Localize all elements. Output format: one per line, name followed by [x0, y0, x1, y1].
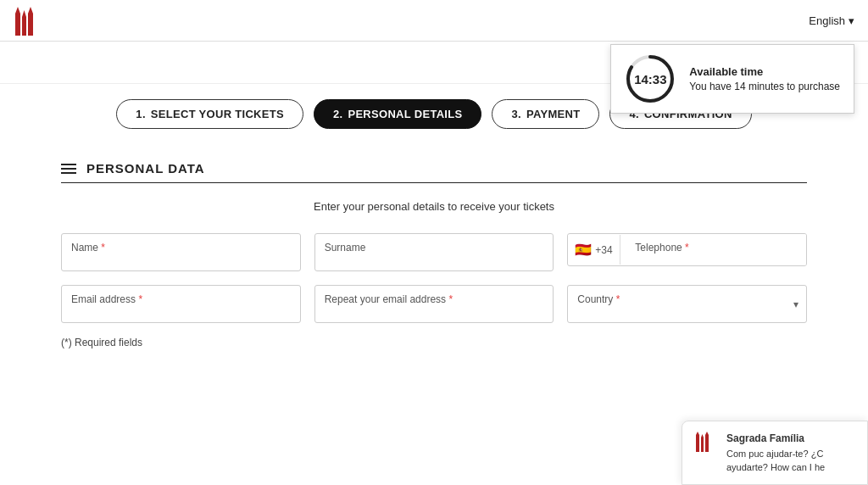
- language-selector[interactable]: English ▾: [809, 14, 854, 27]
- menu-icon[interactable]: [61, 164, 76, 174]
- email-input[interactable]: [61, 285, 301, 323]
- telephone-input[interactable]: [620, 234, 806, 265]
- timer-display: 14:33: [634, 72, 666, 86]
- form-subtitle: Enter your personal details to receive y…: [61, 200, 807, 213]
- timer-label: Available time: [689, 65, 840, 78]
- section-divider: [61, 182, 807, 183]
- main-content: PERSONAL DATA Enter your personal detail…: [27, 144, 841, 365]
- email-field: Email address *: [61, 285, 301, 323]
- site-logo: SAGRADA FAMÍLIA: [14, 5, 54, 36]
- required-note: (*) Required fields: [61, 337, 807, 348]
- phone-field-wrapper: 🇪🇸 +34: [567, 233, 807, 266]
- flag-icon: 🇪🇸: [575, 242, 592, 258]
- timer-info: Available time You have 14 minutes to pu…: [689, 65, 840, 92]
- step-payment[interactable]: 3. PAYMENT: [492, 99, 599, 129]
- telephone-field: 🇪🇸 +34 Telephone *: [567, 233, 807, 271]
- repeat-email-input[interactable]: [314, 285, 554, 323]
- language-arrow: ▾: [849, 14, 854, 27]
- section-title: PERSONAL DATA: [86, 161, 205, 176]
- step-1-label: SELECT YOUR TICKETS: [151, 108, 284, 120]
- country-field: Country * Spain United States United Kin…: [567, 285, 807, 323]
- svg-marker-3: [22, 10, 26, 17]
- country-select[interactable]: Spain United States United Kingdom Franc…: [567, 285, 807, 323]
- step-2-label: PERSONAL DETAILS: [348, 108, 462, 120]
- section-header: PERSONAL DATA: [61, 161, 807, 176]
- step-3-label: PAYMENT: [526, 108, 581, 120]
- timer-circle: 14:33: [625, 53, 676, 104]
- surname-input[interactable]: [314, 233, 554, 271]
- svg-rect-0: [15, 14, 20, 36]
- language-label: English: [809, 14, 845, 27]
- step-personal-details[interactable]: 2. PERSONAL DETAILS: [314, 99, 482, 129]
- logo-area: SAGRADA FAMÍLIA: [14, 5, 54, 36]
- svg-rect-4: [28, 14, 33, 36]
- step-3-number: 3.: [511, 108, 520, 120]
- phone-country-code: +34: [595, 244, 612, 256]
- cart-bar: 🛒 2 €72.00 VIEW DETAILS ∨ TOTAL €72 14:3…: [0, 42, 868, 84]
- name-field: Name *: [61, 233, 301, 271]
- repeat-email-field: Repeat your email address *: [314, 285, 554, 323]
- svg-marker-5: [28, 7, 33, 14]
- timer-message: You have 14 minutes to purchase: [689, 81, 840, 92]
- form-row-1: Name * Surname 🇪🇸 +34 Telephone *: [61, 233, 807, 271]
- svg-marker-1: [15, 7, 20, 14]
- timer-popup: 14:33 Available time You have 14 minutes…: [610, 44, 854, 114]
- svg-rect-2: [22, 17, 26, 36]
- site-header: SAGRADA FAMÍLIA English ▾: [0, 0, 868, 42]
- phone-prefix: 🇪🇸 +34: [568, 235, 620, 265]
- step-1-number: 1.: [136, 108, 145, 120]
- step-select-tickets[interactable]: 1. SELECT YOUR TICKETS: [116, 99, 303, 129]
- surname-field: Surname: [314, 233, 554, 271]
- step-2-number: 2.: [333, 108, 342, 120]
- form-row-2: Email address * Repeat your email addres…: [61, 285, 807, 323]
- name-input[interactable]: [61, 233, 301, 271]
